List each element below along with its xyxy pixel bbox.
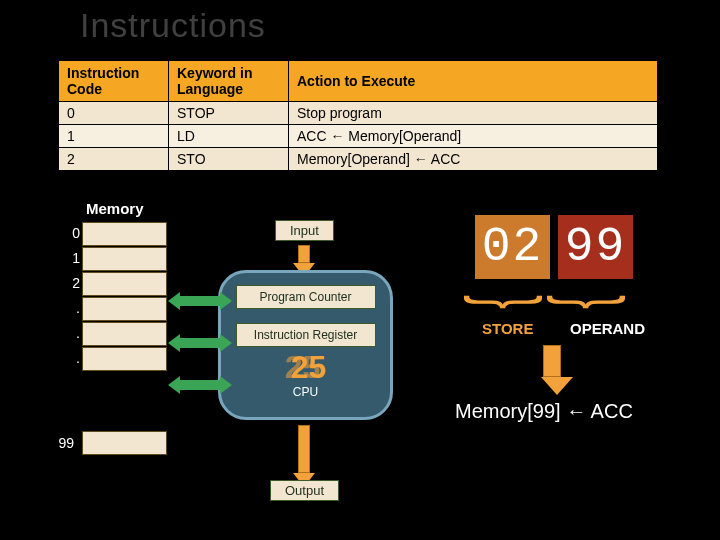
instruction-display: 02 99 (475, 215, 633, 279)
memory-index: 1 (60, 250, 80, 266)
output-label: Output (270, 480, 339, 501)
wheel-front: 25 (239, 349, 379, 386)
table-row: 2 STO Memory[Operand] ← ACC (59, 148, 658, 171)
cell-code: 1 (59, 125, 169, 148)
memory-label: Memory (86, 200, 144, 217)
memory-cell (82, 297, 167, 321)
memory-index: 0 (60, 225, 80, 241)
operand-label: OPERAND (570, 320, 645, 337)
cell-code: 0 (59, 102, 169, 125)
cell-action: Memory[Operand] ← ACC (289, 148, 658, 171)
cell-keyword: STOP (169, 102, 289, 125)
memory-index: . (60, 325, 80, 341)
program-counter: Program Counter (236, 285, 376, 309)
th-action: Action to Execute (289, 61, 658, 102)
operand-digits: 99 (558, 215, 633, 279)
opcode-digits: 02 (475, 215, 550, 279)
memory-stack (82, 222, 167, 456)
memory-index: . (60, 300, 80, 316)
input-label: Input (275, 220, 334, 241)
brace-icon: } (544, 295, 640, 309)
memory-cell (82, 247, 167, 271)
arrow-down-icon (541, 345, 563, 395)
instruction-table: Instruction Code Keyword in Language Act… (58, 60, 658, 171)
memory-cell (82, 222, 167, 246)
table-row: 0 STOP Stop program (59, 102, 658, 125)
memory-index: 2 (60, 275, 80, 291)
memory-index: 99 (54, 435, 74, 451)
th-keyword: Keyword in Language (169, 61, 289, 102)
cell-action: ACC ← Memory[Operand] (289, 125, 658, 148)
cell-keyword: STO (169, 148, 289, 171)
memory-cell (82, 431, 167, 455)
memory-cell (82, 272, 167, 296)
table-row: 1 LD ACC ← Memory[Operand] (59, 125, 658, 148)
double-arrow-icon (168, 296, 232, 306)
th-code: Instruction Code (59, 61, 169, 102)
brace-icon: } (461, 295, 557, 309)
store-label: STORE (482, 320, 533, 337)
arrow-down-icon (293, 425, 315, 487)
memory-cell (82, 347, 167, 371)
cell-keyword: LD (169, 125, 289, 148)
cpu-wheel: 25 25 (236, 349, 376, 385)
memory-index: . (60, 350, 80, 366)
cell-code: 2 (59, 148, 169, 171)
page-title: Instructions (80, 6, 266, 45)
cell-action: Stop program (289, 102, 658, 125)
instruction-register: Instruction Register (236, 323, 376, 347)
cpu-box: Program Counter Instruction Register 25 … (218, 270, 393, 420)
action-expression: Memory[99] ← ACC (455, 400, 633, 423)
cpu-caption: CPU (236, 385, 376, 399)
double-arrow-icon (168, 380, 232, 390)
double-arrow-icon (168, 338, 232, 348)
memory-cell (82, 322, 167, 346)
